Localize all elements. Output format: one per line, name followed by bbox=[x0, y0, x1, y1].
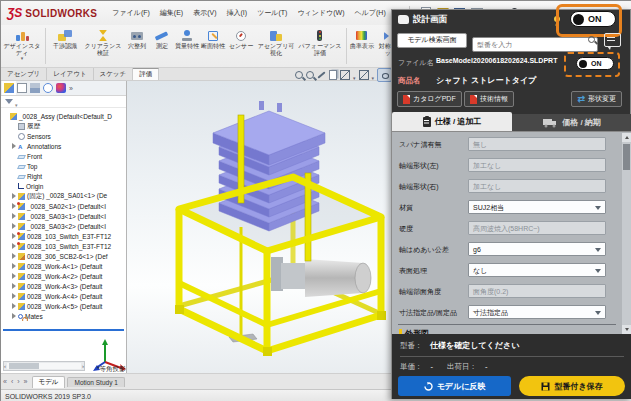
view-orientation-icon[interactable] bbox=[340, 70, 350, 80]
tree-item[interactable]: (固定) _0028_SA01<1> (De bbox=[1, 191, 126, 201]
tab-spec[interactable]: 仕様 / 追加工 bbox=[392, 112, 512, 131]
expander-icon[interactable] bbox=[12, 303, 17, 309]
catalog-pdf-button[interactable]: カタログPDF bbox=[397, 91, 462, 107]
rollback-bar[interactable] bbox=[3, 329, 124, 331]
pin-icon[interactable] bbox=[554, 16, 560, 22]
tree-item[interactable]: 0028_103_Switch_E3T-FT12 bbox=[1, 231, 126, 241]
expander-icon[interactable] bbox=[12, 283, 17, 289]
tree-item[interactable]: _0028_SA02<1> (Default<I bbox=[1, 201, 126, 211]
dropdown-arrow-icon[interactable] bbox=[353, 66, 356, 84]
comment-icon[interactable] bbox=[604, 33, 621, 47]
measure-button[interactable]: 測定 bbox=[150, 27, 174, 50]
tree-item[interactable]: 0028_Work-A<5> (Default bbox=[1, 301, 126, 311]
tab-model[interactable]: モデル bbox=[32, 376, 66, 388]
fit-tolerance-select[interactable]: g6 bbox=[468, 242, 606, 256]
menu-window[interactable]: ウィンドウ(W) bbox=[292, 1, 349, 25]
filter-dropdown-icon[interactable] bbox=[15, 93, 18, 111]
tree-item[interactable]: Top bbox=[1, 161, 126, 171]
hide-show-items-icon[interactable] bbox=[377, 68, 392, 82]
expander-icon[interactable] bbox=[12, 273, 17, 279]
tab-evaluate[interactable]: 評価 bbox=[133, 68, 159, 80]
displaymanager-icon[interactable] bbox=[56, 83, 66, 93]
expander-icon[interactable] bbox=[12, 213, 17, 219]
scrollbar-thumb[interactable] bbox=[9, 363, 39, 369]
propertymanager-icon[interactable] bbox=[17, 83, 27, 93]
tree-item[interactable]: _0028_SA03<1> (Default<I bbox=[1, 211, 126, 221]
tree-item[interactable]: 0028_Work-A<1> (Default bbox=[1, 261, 126, 271]
panel-on-toggle[interactable]: ON bbox=[570, 11, 616, 27]
curvature-display-button[interactable]: 曲率表示 bbox=[349, 27, 375, 50]
scroll-left-icon[interactable]: ‹ bbox=[4, 363, 6, 369]
dropdown-arrow-icon[interactable] bbox=[372, 66, 375, 84]
tree-horizontal-scrollbar[interactable]: ‹› bbox=[3, 361, 85, 371]
expander-icon[interactable] bbox=[12, 313, 17, 319]
performance-evaluation-button[interactable]: パフォーマンス評価 bbox=[296, 27, 344, 56]
sensor-button[interactable]: センサー bbox=[226, 27, 256, 50]
hole-alignment-button[interactable]: 穴整列 bbox=[124, 27, 150, 50]
display-style-icon[interactable] bbox=[359, 70, 369, 80]
featuremanager-tree-icon[interactable] bbox=[4, 83, 14, 93]
mass-properties-button[interactable]: 質量特性 bbox=[174, 27, 200, 50]
tab-price[interactable]: 価格 / 納期 bbox=[512, 114, 631, 131]
assembly-3d-model[interactable] bbox=[131, 87, 405, 367]
part-number-input[interactable] bbox=[472, 37, 598, 52]
tree-item[interactable]: 0028_Work-A<4> (Default bbox=[1, 291, 126, 301]
expander-icon[interactable] bbox=[12, 253, 17, 259]
section-properties-button[interactable]: 断面特性 bbox=[200, 27, 226, 50]
menu-view[interactable]: 表示(V) bbox=[188, 1, 221, 25]
configurationmanager-icon[interactable] bbox=[30, 83, 40, 93]
tree-item[interactable]: Annotations bbox=[1, 141, 126, 151]
surface-treatment-select[interactable]: なし bbox=[468, 263, 606, 277]
model-search-button[interactable]: モデル検索画面 bbox=[397, 33, 467, 48]
filter-icon[interactable] bbox=[5, 99, 13, 104]
expander-icon[interactable] bbox=[12, 263, 17, 269]
form-scrollbar[interactable] bbox=[622, 133, 631, 334]
expander-icon[interactable] bbox=[12, 223, 17, 229]
scrollbar-thumb[interactable] bbox=[623, 144, 630, 170]
last-tab-icon[interactable]: » bbox=[22, 375, 30, 389]
file-on-toggle[interactable]: ON bbox=[576, 57, 614, 70]
tree-item[interactable]: Right bbox=[1, 171, 126, 181]
tree-item[interactable]: Front bbox=[1, 151, 126, 161]
tree-item[interactable]: 0028_Work-A<2> (Default bbox=[1, 271, 126, 281]
dimension-spec-select[interactable]: 寸法指定品 bbox=[468, 305, 606, 319]
dimxpertmanager-icon[interactable] bbox=[43, 83, 53, 93]
scroll-up-icon[interactable] bbox=[622, 133, 631, 142]
design-study-button[interactable]: デザインスタディ ▾ bbox=[1, 27, 43, 61]
tree-item[interactable]: _0028_SA03<2> (Default<I bbox=[1, 221, 126, 231]
tree-item[interactable]: 0028_103_Switch_E3T-FT12 bbox=[1, 241, 126, 251]
scroll-down-icon[interactable] bbox=[622, 325, 631, 334]
interference-detection-button[interactable]: 干渉認識 bbox=[48, 27, 82, 50]
tab-assembly[interactable]: アセンブリ bbox=[1, 68, 47, 80]
assembly-visualization-button[interactable]: アセンブリ可視化 bbox=[256, 27, 296, 56]
expander-icon[interactable] bbox=[12, 193, 17, 199]
shape-change-button[interactable]: ⇄形状変更 bbox=[571, 91, 622, 107]
section-view-icon[interactable] bbox=[329, 70, 337, 80]
expander-icon[interactable] bbox=[12, 293, 17, 299]
menu-insert[interactable]: 挿入(I) bbox=[222, 1, 253, 25]
tree-item[interactable]: 0028_306_SCB2-6<1> (Def bbox=[1, 251, 126, 261]
search-icon[interactable] bbox=[588, 36, 595, 43]
tree-item[interactable]: Sensors bbox=[1, 131, 126, 141]
tech-info-button[interactable]: 技術情報 bbox=[464, 91, 514, 107]
menu-help[interactable]: ヘルプ(H) bbox=[350, 1, 391, 25]
expander-icon[interactable] bbox=[12, 143, 17, 149]
previous-view-icon[interactable] bbox=[317, 71, 325, 78]
menu-tools[interactable]: ツール(T) bbox=[252, 1, 292, 25]
tab-sketch[interactable]: スケッチ bbox=[94, 68, 134, 80]
tree-item[interactable]: _0028_Assy (Default<Default_D bbox=[1, 111, 126, 121]
apply-to-model-button[interactable]: モデルに反映 bbox=[398, 376, 511, 396]
tree-item[interactable]: Mates bbox=[1, 311, 126, 321]
tree-item[interactable]: Origin bbox=[1, 181, 126, 191]
tab-motion-study[interactable]: Motion Study 1 bbox=[67, 377, 124, 387]
first-tab-icon[interactable]: « bbox=[1, 375, 9, 389]
material-select[interactable]: SUJ2相当 bbox=[468, 200, 606, 214]
clearance-verification-button[interactable]: クリアランス検証 bbox=[82, 27, 124, 56]
save-with-part-number-button[interactable]: 型番付き保存 bbox=[519, 376, 625, 396]
menu-file[interactable]: ファイル(F) bbox=[107, 1, 155, 25]
more-tabs-icon[interactable]: » bbox=[69, 85, 73, 92]
menu-edit[interactable]: 編集(E) bbox=[155, 1, 188, 25]
zoom-fit-icon[interactable] bbox=[295, 71, 303, 79]
tree-item[interactable]: 履歴 bbox=[1, 121, 126, 131]
zoom-area-icon[interactable] bbox=[306, 71, 314, 79]
